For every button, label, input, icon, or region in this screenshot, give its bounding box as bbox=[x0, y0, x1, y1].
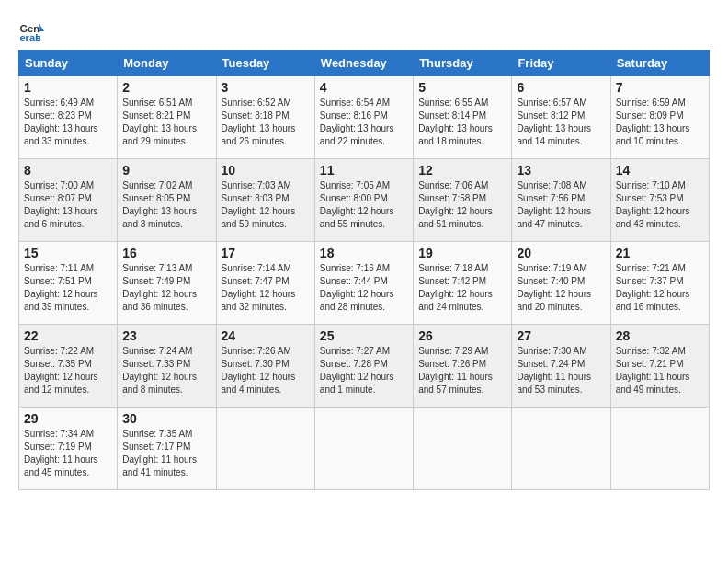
day-info: Sunrise: 7:14 AM Sunset: 7:47 PM Dayligh… bbox=[222, 262, 310, 314]
sunset-label: Sunset: 7:51 PM bbox=[24, 276, 92, 286]
day-number: 11 bbox=[320, 163, 408, 178]
logo-icon: Gen eral B bbox=[18, 18, 44, 44]
day-number: 1 bbox=[24, 80, 112, 95]
daylight-label: Daylight: 12 hours and 12 minutes. bbox=[24, 372, 98, 395]
day-info: Sunrise: 6:55 AM Sunset: 8:14 PM Dayligh… bbox=[418, 97, 506, 148]
calendar-cell: 17 Sunrise: 7:14 AM Sunset: 7:47 PM Dayl… bbox=[216, 242, 314, 325]
calendar-cell: 19 Sunrise: 7:18 AM Sunset: 7:42 PM Dayl… bbox=[414, 242, 512, 325]
calendar-cell: 8 Sunrise: 7:00 AM Sunset: 8:07 PM Dayli… bbox=[19, 159, 118, 242]
svg-text:B: B bbox=[35, 34, 40, 43]
sunrise-label: Sunrise: 6:54 AM bbox=[320, 98, 390, 108]
calendar-week-row: 1 Sunrise: 6:49 AM Sunset: 8:23 PM Dayli… bbox=[19, 76, 710, 159]
sunrise-label: Sunrise: 7:34 AM bbox=[24, 429, 94, 439]
weekday-header-row: SundayMondayTuesdayWednesdayThursdayFrid… bbox=[19, 51, 710, 76]
sunset-label: Sunset: 8:23 PM bbox=[24, 110, 92, 121]
day-number: 21 bbox=[616, 246, 704, 260]
sunset-label: Sunset: 8:03 PM bbox=[222, 193, 290, 203]
day-number: 4 bbox=[320, 80, 408, 95]
weekday-header-saturday: Saturday bbox=[610, 51, 709, 76]
day-info: Sunrise: 7:08 AM Sunset: 7:56 PM Dayligh… bbox=[517, 179, 605, 231]
sunset-label: Sunset: 7:30 PM bbox=[222, 359, 290, 369]
sunrise-label: Sunrise: 7:08 AM bbox=[517, 180, 586, 190]
sunset-label: Sunset: 7:37 PM bbox=[616, 276, 684, 286]
sunrise-label: Sunrise: 7:16 AM bbox=[320, 263, 390, 273]
day-info: Sunrise: 7:11 AM Sunset: 7:51 PM Dayligh… bbox=[24, 262, 112, 314]
weekday-header-sunday: Sunday bbox=[19, 51, 118, 76]
calendar-cell: 1 Sunrise: 6:49 AM Sunset: 8:23 PM Dayli… bbox=[19, 76, 118, 159]
daylight-label: Daylight: 12 hours and 4 minutes. bbox=[222, 372, 296, 395]
sunrise-label: Sunrise: 7:05 AM bbox=[320, 180, 390, 190]
logo: Gen eral B bbox=[18, 18, 48, 44]
weekday-header-tuesday: Tuesday bbox=[216, 51, 314, 76]
day-info: Sunrise: 7:21 AM Sunset: 7:37 PM Dayligh… bbox=[616, 262, 704, 314]
day-number: 7 bbox=[616, 80, 704, 95]
day-number: 15 bbox=[24, 246, 112, 260]
day-number: 20 bbox=[517, 246, 605, 260]
daylight-label: Daylight: 11 hours and 41 minutes. bbox=[122, 454, 197, 477]
sunset-label: Sunset: 8:16 PM bbox=[320, 110, 388, 121]
day-info: Sunrise: 7:06 AM Sunset: 7:58 PM Dayligh… bbox=[418, 179, 506, 231]
daylight-label: Daylight: 12 hours and 24 minutes. bbox=[418, 289, 493, 312]
calendar-cell: 12 Sunrise: 7:06 AM Sunset: 7:58 PM Dayl… bbox=[414, 159, 512, 242]
day-number: 19 bbox=[418, 246, 506, 260]
sunrise-label: Sunrise: 7:21 AM bbox=[616, 263, 686, 273]
sunset-label: Sunset: 7:19 PM bbox=[24, 442, 92, 452]
calendar-cell: 21 Sunrise: 7:21 AM Sunset: 7:37 PM Dayl… bbox=[610, 242, 709, 325]
day-number: 13 bbox=[517, 163, 605, 178]
daylight-label: Daylight: 13 hours and 22 minutes. bbox=[320, 123, 394, 146]
sunrise-label: Sunrise: 6:55 AM bbox=[418, 98, 488, 108]
calendar-cell bbox=[610, 408, 709, 490]
sunset-label: Sunset: 7:28 PM bbox=[320, 359, 388, 369]
daylight-label: Daylight: 12 hours and 28 minutes. bbox=[320, 289, 394, 312]
sunset-label: Sunset: 7:47 PM bbox=[222, 276, 290, 286]
calendar-cell: 9 Sunrise: 7:02 AM Sunset: 8:05 PM Dayli… bbox=[118, 159, 216, 242]
sunrise-label: Sunrise: 6:57 AM bbox=[517, 98, 586, 108]
sunrise-label: Sunrise: 7:32 AM bbox=[616, 346, 686, 356]
calendar-cell: 18 Sunrise: 7:16 AM Sunset: 7:44 PM Dayl… bbox=[314, 242, 413, 325]
day-info: Sunrise: 7:26 AM Sunset: 7:30 PM Dayligh… bbox=[222, 345, 310, 396]
daylight-label: Daylight: 12 hours and 39 minutes. bbox=[24, 289, 98, 312]
daylight-label: Daylight: 12 hours and 16 minutes. bbox=[616, 289, 690, 312]
day-info: Sunrise: 7:16 AM Sunset: 7:44 PM Dayligh… bbox=[320, 262, 408, 314]
day-number: 26 bbox=[418, 328, 506, 343]
sunset-label: Sunset: 7:21 PM bbox=[616, 359, 684, 369]
weekday-header-wednesday: Wednesday bbox=[314, 51, 413, 76]
daylight-label: Daylight: 13 hours and 10 minutes. bbox=[616, 123, 690, 146]
day-number: 23 bbox=[122, 328, 210, 343]
sunrise-label: Sunrise: 7:24 AM bbox=[122, 346, 192, 356]
sunrise-label: Sunrise: 7:03 AM bbox=[222, 180, 291, 190]
sunset-label: Sunset: 8:18 PM bbox=[222, 110, 290, 121]
day-info: Sunrise: 7:27 AM Sunset: 7:28 PM Dayligh… bbox=[320, 345, 408, 396]
calendar-cell bbox=[414, 408, 512, 490]
sunrise-label: Sunrise: 6:52 AM bbox=[222, 98, 291, 108]
day-number: 2 bbox=[122, 80, 210, 95]
day-info: Sunrise: 7:30 AM Sunset: 7:24 PM Dayligh… bbox=[517, 345, 605, 396]
weekday-header-friday: Friday bbox=[512, 51, 610, 76]
calendar-cell: 30 Sunrise: 7:35 AM Sunset: 7:17 PM Dayl… bbox=[118, 408, 216, 490]
calendar-table: SundayMondayTuesdayWednesdayThursdayFrid… bbox=[18, 50, 710, 490]
day-number: 12 bbox=[418, 163, 506, 178]
sunrise-label: Sunrise: 6:51 AM bbox=[122, 98, 192, 108]
daylight-label: Daylight: 12 hours and 55 minutes. bbox=[320, 206, 394, 229]
calendar-cell: 4 Sunrise: 6:54 AM Sunset: 8:16 PM Dayli… bbox=[314, 76, 413, 159]
day-info: Sunrise: 7:19 AM Sunset: 7:40 PM Dayligh… bbox=[517, 262, 605, 314]
daylight-label: Daylight: 13 hours and 29 minutes. bbox=[122, 123, 197, 146]
calendar-cell: 7 Sunrise: 6:59 AM Sunset: 8:09 PM Dayli… bbox=[610, 76, 709, 159]
day-number: 5 bbox=[418, 80, 506, 95]
daylight-label: Daylight: 12 hours and 43 minutes. bbox=[616, 206, 690, 229]
day-info: Sunrise: 7:13 AM Sunset: 7:49 PM Dayligh… bbox=[122, 262, 210, 314]
calendar-cell: 26 Sunrise: 7:29 AM Sunset: 7:26 PM Dayl… bbox=[414, 325, 512, 408]
day-info: Sunrise: 7:05 AM Sunset: 8:00 PM Dayligh… bbox=[320, 179, 408, 231]
sunset-label: Sunset: 8:07 PM bbox=[24, 193, 92, 203]
day-info: Sunrise: 6:59 AM Sunset: 8:09 PM Dayligh… bbox=[616, 97, 704, 148]
calendar-cell: 27 Sunrise: 7:30 AM Sunset: 7:24 PM Dayl… bbox=[512, 325, 610, 408]
calendar-cell: 16 Sunrise: 7:13 AM Sunset: 7:49 PM Dayl… bbox=[118, 242, 216, 325]
calendar-cell: 29 Sunrise: 7:34 AM Sunset: 7:19 PM Dayl… bbox=[19, 408, 118, 490]
sunset-label: Sunset: 8:12 PM bbox=[517, 110, 585, 121]
day-number: 10 bbox=[222, 163, 310, 178]
daylight-label: Daylight: 12 hours and 59 minutes. bbox=[222, 206, 296, 229]
day-info: Sunrise: 7:03 AM Sunset: 8:03 PM Dayligh… bbox=[222, 179, 310, 231]
day-info: Sunrise: 6:49 AM Sunset: 8:23 PM Dayligh… bbox=[24, 97, 112, 148]
sunset-label: Sunset: 7:56 PM bbox=[517, 193, 585, 203]
sunrise-label: Sunrise: 7:19 AM bbox=[517, 263, 586, 273]
